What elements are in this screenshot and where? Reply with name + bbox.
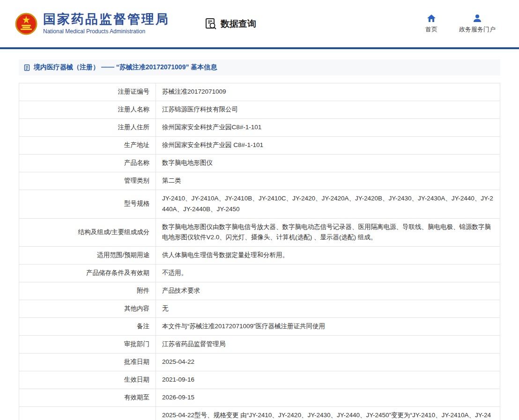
page-title: 境内医疗器械（注册） —— “苏械注准20172071009” 基本信息: [19, 59, 500, 75]
field-value: 苏械注准20172071009: [156, 83, 500, 101]
field-label: 附件: [19, 282, 156, 300]
table-row: 产品名称 数字脑电地形图仪: [19, 154, 500, 172]
table-row: 其他内容 无: [19, 300, 500, 318]
user-icon: [473, 14, 482, 23]
table-row: 生产地址 徐州国家安全科技产业园 C8#-1-101: [19, 136, 500, 154]
data-query-icon: [205, 17, 217, 30]
field-value: 无: [156, 300, 500, 318]
field-label: 生效日期: [19, 371, 156, 389]
field-value: 2025-04-22: [156, 354, 500, 371]
field-value: 徐州国家安全科技产业园 C8#-1-101: [156, 136, 500, 154]
field-label: 注册证编号: [19, 83, 156, 101]
field-value: 不适用。: [156, 265, 500, 282]
field-label: 变更情况: [19, 406, 156, 420]
registration-info-table: 注册证编号 苏械注准20172071009 注册人名称 江苏锦源医疗科技有限公司…: [19, 83, 500, 420]
field-value: 数字脑电地形图仪: [156, 154, 500, 172]
home-icon: [427, 14, 436, 23]
table-row: 审批部门 江苏省药品监督管理局: [19, 336, 500, 354]
field-label: 产品名称: [19, 154, 156, 172]
data-query-tab[interactable]: 数据查询: [205, 17, 256, 30]
table-row: 产品储存条件及有效期 不适用。: [19, 265, 500, 282]
national-emblem-icon: [15, 13, 37, 35]
table-row: 注册人住所 徐州国家安全科技产业园C8#-1-101: [19, 118, 500, 136]
nav-item-portal[interactable]: 政务服务门户: [459, 14, 496, 34]
table-row: 管理类别 第二类: [19, 172, 500, 190]
nav-item-label: 政务服务门户: [459, 25, 496, 34]
field-label: 管理类别: [19, 172, 156, 190]
table-row: 注册证编号 苏械注准20172071009: [19, 83, 500, 101]
field-value: 江苏省药品监督管理局: [156, 336, 500, 354]
field-label: 批准日期: [19, 354, 156, 371]
table-row: 附件 产品技术要求: [19, 282, 500, 300]
site-title-cn: 国家药品监督管理局: [43, 13, 170, 27]
nav-item-label: 首页: [425, 25, 437, 34]
page-title-text: 境内医疗器械（注册） —— “苏械注准20172071009” 基本信息: [34, 63, 217, 72]
field-label: 型号规格: [19, 190, 156, 218]
table-row: 生效日期 2021-09-16: [19, 371, 500, 389]
field-value: 第二类: [156, 172, 500, 190]
field-value: 供人体脑电生理信号数据定量处理和分析用。: [156, 247, 500, 265]
site-logo[interactable]: 国家药品监督管理局 National Medical Products Admi…: [15, 13, 170, 35]
main-content: 境内医疗器械（注册） —— “苏械注准20172071009” 基本信息 注册证…: [0, 49, 519, 420]
field-label: 生产地址: [19, 136, 156, 154]
table-row: 注册人名称 江苏锦源医疗科技有限公司: [19, 101, 500, 118]
site-title-en: National Medical Products Administration: [43, 28, 170, 35]
table-row: 批准日期 2025-04-22: [19, 354, 500, 371]
field-label: 适用范围/预期用途: [19, 247, 156, 265]
field-value: 2021-09-16: [156, 371, 500, 389]
field-label: 注册人住所: [19, 118, 156, 136]
field-label: 注册人名称: [19, 101, 156, 118]
field-label: 其他内容: [19, 300, 156, 318]
field-value: 2025-04-22型号、规格变更 由“JY-2410、JY-2420、JY-2…: [156, 406, 500, 420]
field-value: 2026-09-15: [156, 389, 500, 406]
data-query-label: 数据查询: [221, 18, 256, 30]
table-row: 有效期至 2026-09-15: [19, 389, 500, 406]
nav-item-home[interactable]: 首页: [425, 14, 437, 34]
table-row: 备注 本文件与“苏械注准20172071009”医疗器械注册证共同使用: [19, 318, 500, 336]
table-row: 结构及组成/主要组成成分 数字脑电地形图仪由数字脑电信号放大器、数字脑电动态信号…: [19, 218, 500, 247]
field-label: 产品储存条件及有效期: [19, 265, 156, 282]
field-label: 备注: [19, 318, 156, 336]
field-label: 审批部门: [19, 336, 156, 354]
header-nav: 首页 政务服务门户: [425, 14, 504, 34]
document-icon: [23, 64, 30, 71]
table-row: 型号规格 JY-2410、JY-2410A、JY-2410B、JY-2410C、…: [19, 190, 500, 218]
table-row: 变更情况 2025-04-22型号、规格变更 由“JY-2410、JY-2420…: [19, 406, 500, 420]
field-value: 数字脑电地形图仪由数字脑电信号放大器、数字脑电动态信号记录器、医用隔离电源、导联…: [156, 218, 500, 247]
field-label: 结构及组成/主要组成成分: [19, 218, 156, 247]
field-value: 江苏锦源医疗科技有限公司: [156, 101, 500, 118]
field-value: JY-2410、JY-2410A、JY-2410B、JY-2410C、JY-24…: [156, 190, 500, 218]
field-label: 有效期至: [19, 389, 156, 406]
site-header: 国家药品监督管理局 National Medical Products Admi…: [0, 0, 519, 47]
field-value: 徐州国家安全科技产业园C8#-1-101: [156, 118, 500, 136]
table-row: 适用范围/预期用途 供人体脑电生理信号数据定量处理和分析用。: [19, 247, 500, 265]
field-value: 产品技术要求: [156, 282, 500, 300]
brand-text: 国家药品监督管理局 National Medical Products Admi…: [43, 13, 170, 35]
field-value: 本文件与“苏械注准20172071009”医疗器械注册证共同使用: [156, 318, 500, 336]
